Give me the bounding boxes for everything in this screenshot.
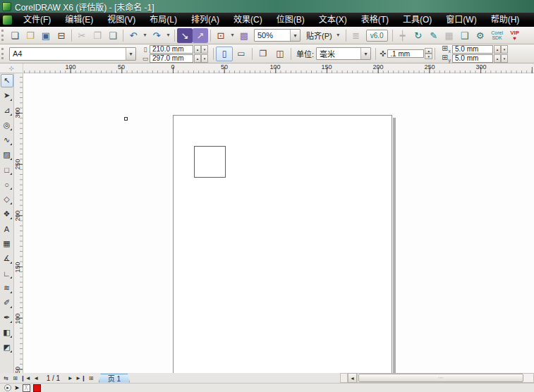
add-page-button[interactable]: ⊞	[11, 374, 20, 382]
pick-tool[interactable]: ↖	[1, 74, 13, 87]
spin-up-icon[interactable]: ▴	[494, 54, 501, 63]
duplicate-y-field[interactable]	[452, 54, 493, 63]
next-page-button[interactable]: ►	[66, 374, 75, 382]
zoom-level-combo[interactable]: 50% ▾	[254, 29, 301, 42]
scrollbar-track[interactable]: ⋯	[357, 373, 534, 383]
app-gallery-button[interactable]: ⚙	[473, 28, 488, 43]
scroll-left-button[interactable]: ◄	[348, 373, 357, 383]
undo-dropdown[interactable]: ▾	[141, 28, 149, 43]
spin-down-icon[interactable]: ▾	[501, 54, 508, 63]
page-curl-button[interactable]: ⇆	[1, 374, 11, 382]
menu-edit[interactable]: 编辑(E)	[58, 13, 100, 27]
save-button[interactable]: ▣	[38, 28, 54, 43]
redo-button[interactable]: ↷	[149, 28, 164, 43]
crop-tool[interactable]: ⊿	[1, 104, 13, 117]
cut-button[interactable]: ✂	[74, 28, 90, 43]
paper-preset-dropdown-icon[interactable]: ▾	[126, 48, 135, 60]
horizontal-ruler[interactable]: 10050050100150200250300	[23, 63, 534, 73]
dimension-tool[interactable]: ∡	[1, 252, 13, 265]
export-button[interactable]: ↗	[193, 28, 208, 43]
redo-dropdown[interactable]: ▾	[164, 28, 172, 43]
shape-tool[interactable]: ➤	[1, 89, 13, 102]
menu-view[interactable]: 视图(V)	[100, 13, 142, 27]
menu-help[interactable]: 帮助(H)	[484, 13, 527, 27]
no-fill-swatch[interactable]: ╳	[23, 384, 30, 392]
current-page-layout-button[interactable]: ◫	[272, 47, 289, 61]
menu-bitmaps[interactable]: 位图(B)	[269, 13, 312, 27]
zoom-tool[interactable]: ◎	[1, 118, 13, 132]
import-button[interactable]: ↘	[177, 28, 193, 43]
first-page-button[interactable]: ❙◄	[20, 374, 32, 382]
menu-text[interactable]: 文本(X)	[312, 13, 354, 27]
ellipse-tool[interactable]: ○	[1, 178, 13, 191]
basic-shapes-tool[interactable]: ❖	[1, 207, 13, 221]
copy-clipboard-button[interactable]: ❑	[457, 28, 473, 43]
smart-fill-tool[interactable]: ▨	[1, 148, 13, 161]
undo-button[interactable]: ↶	[126, 28, 141, 43]
table-tool[interactable]: ▦	[1, 237, 13, 250]
page-width-field[interactable]	[150, 45, 193, 54]
last-page-button[interactable]: ►❙	[75, 374, 87, 382]
property-bar-grip[interactable]	[1, 48, 5, 59]
spin-up-icon[interactable]: ▴	[194, 54, 201, 63]
units-combo[interactable]: 毫米 ▾	[316, 47, 371, 60]
fill-tool[interactable]: ◧	[1, 326, 13, 339]
drawing-canvas[interactable]	[23, 73, 534, 373]
application-launcher-button[interactable]: ⊡	[213, 28, 229, 43]
snap-dropdown-icon[interactable]: ▾	[334, 28, 342, 43]
spin-down-icon[interactable]: ▾	[501, 45, 508, 54]
paste-button[interactable]: ❑	[105, 28, 121, 43]
menu-window[interactable]: 窗口(W)	[439, 13, 483, 27]
print-button[interactable]: ⊟	[54, 28, 69, 43]
duplicate-x-field[interactable]	[452, 45, 493, 54]
launch-app-button[interactable]: ✎	[426, 28, 442, 43]
outline-pen-tool[interactable]: ✒	[1, 311, 13, 324]
menu-file[interactable]: 文件(F)	[16, 13, 58, 27]
spin-down-icon[interactable]: ▾	[425, 54, 432, 59]
spin-down-icon[interactable]: ▾	[201, 54, 208, 63]
spin-up-icon[interactable]: ▴	[425, 48, 432, 54]
nudge-distance-field[interactable]	[387, 49, 424, 58]
spin-up-icon[interactable]: ▴	[494, 45, 501, 54]
zoom-dropdown-icon[interactable]: ▾	[290, 30, 300, 41]
previous-page-button[interactable]: ◄	[32, 374, 41, 382]
add-page-button-2[interactable]: ⊞	[87, 374, 96, 382]
scrollbar-thumb[interactable]: ⋯	[358, 374, 523, 382]
menu-arrange[interactable]: 排列(A)	[184, 13, 226, 27]
all-pages-layout-button[interactable]: ❐	[255, 47, 272, 61]
open-button[interactable]: ❒	[23, 28, 38, 43]
freehand-tool[interactable]: ∿	[1, 133, 13, 147]
connector-tool[interactable]: ∟	[1, 267, 13, 280]
corel-sdk-button[interactable]: Corel SDK	[488, 30, 506, 40]
menu-tools[interactable]: 工具(O)	[396, 13, 439, 27]
ruler-origin-button[interactable]: ⊹	[0, 63, 23, 73]
drawn-rectangle[interactable]	[194, 146, 226, 178]
menu-effects[interactable]: 效果(C)	[226, 13, 269, 27]
vip-membership-button[interactable]: VIP ♥	[506, 30, 523, 41]
status-play-icon[interactable]: ▸	[4, 384, 11, 391]
application-launcher-dropdown[interactable]: ▾	[229, 28, 236, 43]
polygon-tool[interactable]: ◇	[1, 192, 13, 206]
landscape-button[interactable]: ▭	[233, 47, 250, 61]
interactive-fill-tool[interactable]: ◩	[1, 341, 13, 354]
menu-table[interactable]: 表格(T)	[354, 13, 396, 27]
units-dropdown-icon[interactable]: ▾	[360, 48, 370, 59]
menu-layout[interactable]: 布局(L)	[142, 13, 184, 27]
copy-button[interactable]: ❐	[90, 28, 105, 43]
page-tab[interactable]: 页 1	[99, 374, 130, 383]
vertical-ruler[interactable]: 30025020015010050	[14, 73, 23, 373]
paper-preset-combo[interactable]: A4 ▾	[9, 47, 136, 61]
fill-color-swatch[interactable]	[33, 384, 41, 392]
rectangle-tool[interactable]: □	[1, 163, 13, 176]
snap-to-menu[interactable]: 贴齐(P) ▾	[304, 28, 342, 43]
bitmap-trace-button[interactable]: ↻	[411, 28, 426, 43]
text-tool[interactable]: A	[1, 222, 13, 235]
alignment-guides-button[interactable]: ┿	[395, 28, 411, 43]
welcome-screen-button[interactable]: ▩	[236, 28, 252, 43]
toolbar-grip[interactable]	[1, 30, 5, 41]
blend-tool[interactable]: ≋	[1, 281, 13, 295]
spin-down-icon[interactable]: ▾	[201, 45, 208, 54]
color-eyedropper-tool[interactable]: ✐	[1, 296, 13, 310]
publish-html-button[interactable]: ▦	[442, 28, 457, 43]
portrait-button[interactable]: ▯	[216, 47, 233, 61]
